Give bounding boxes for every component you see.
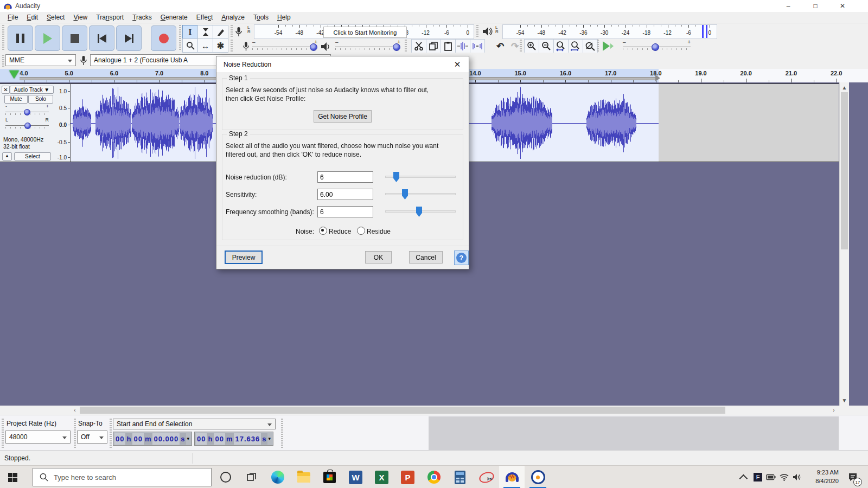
taskbar-store[interactable] <box>317 466 342 488</box>
noise-reduction-slider[interactable] <box>385 171 456 182</box>
toolbar-grip[interactable] <box>2 25 4 51</box>
pause-button[interactable] <box>8 25 33 51</box>
reduce-radio[interactable] <box>319 227 327 235</box>
tray-expand-button[interactable] <box>737 466 752 488</box>
silence-audio-button[interactable] <box>470 39 485 53</box>
time-segment[interactable]: h <box>207 433 214 445</box>
menu-transport[interactable]: Transport <box>92 12 128 22</box>
cut-button[interactable] <box>411 39 426 53</box>
menu-view[interactable]: View <box>69 12 92 22</box>
sensitivity-slider-thumb[interactable] <box>402 189 408 200</box>
frequency-smoothing-input[interactable] <box>317 206 373 217</box>
time-segment[interactable]: 00 <box>114 433 125 445</box>
menu-effect[interactable]: Effect <box>192 12 217 22</box>
pan-slider[interactable]: LR <box>5 119 49 131</box>
taskbar-chrome[interactable] <box>421 466 446 488</box>
edit-grip[interactable] <box>405 40 407 53</box>
dropdown-arrow-icon[interactable]: ▾ <box>268 436 271 441</box>
multi-tool-button[interactable]: ✱ <box>213 38 228 53</box>
menu-tools[interactable]: Tools <box>249 12 273 22</box>
play-speed-slider[interactable]: –+ <box>623 41 691 53</box>
time-segment[interactable]: 00 <box>196 433 207 445</box>
vertical-scroll-thumb[interactable] <box>841 92 848 249</box>
mute-button[interactable]: Mute <box>4 95 28 104</box>
sensitivity-input[interactable] <box>317 189 373 200</box>
selection-mode-select[interactable]: Start and End of Selection <box>113 419 276 429</box>
time-segment[interactable]: 00 <box>132 433 143 445</box>
vertical-scrollbar[interactable]: ▲ ▼ <box>839 82 849 406</box>
track-empty-region[interactable] <box>659 84 839 162</box>
monitoring-tooltip[interactable]: Click to Start Monitoring <box>323 27 407 38</box>
vertical-ruler[interactable]: 1.00.50.0-0.5-1.0 <box>54 84 71 162</box>
taskbar-edge[interactable] <box>265 466 290 488</box>
noise-reduction-input[interactable] <box>317 171 373 183</box>
undo-button[interactable]: ↶ <box>493 39 508 53</box>
timeline-pin-icon[interactable] <box>9 70 19 79</box>
zoom-tool-button[interactable] <box>182 38 198 53</box>
minimize-button[interactable]: – <box>779 0 797 12</box>
residue-radio[interactable] <box>357 227 365 235</box>
taskbar-calculator[interactable] <box>447 466 473 488</box>
cortana-button[interactable] <box>213 466 238 488</box>
start-button[interactable] <box>0 466 25 488</box>
track-collapse-button[interactable]: ▲ <box>2 152 12 160</box>
draw-tool-button[interactable] <box>213 25 228 39</box>
snap-grip[interactable] <box>74 419 76 448</box>
play-button[interactable] <box>35 25 60 51</box>
envelope-tool-button[interactable] <box>197 25 213 39</box>
taskbar-snip[interactable]: ✂ <box>473 466 499 488</box>
notification-center-button[interactable]: 17 <box>842 466 864 488</box>
menu-generate[interactable]: Generate <box>156 12 192 22</box>
menu-edit[interactable]: Edit <box>22 12 42 22</box>
solo-button[interactable]: Solo <box>28 95 53 104</box>
horizontal-scrollbar[interactable]: ‹ › <box>0 406 868 415</box>
tray-f-app[interactable]: F <box>751 466 765 488</box>
track-close-button[interactable]: ✕ <box>2 86 10 94</box>
gain-thumb[interactable] <box>24 109 30 115</box>
scroll-left-arrow-icon[interactable]: ‹ <box>71 406 79 415</box>
zoom-selection-button[interactable] <box>553 39 569 53</box>
playback-volume-slider[interactable]: –+ <box>335 41 400 53</box>
menu-file[interactable]: File <box>3 12 22 22</box>
time-segment[interactable]: m <box>144 433 153 445</box>
play-speed-thumb[interactable] <box>652 43 659 51</box>
horizontal-scroll-thumb[interactable] <box>80 407 725 414</box>
get-noise-profile-button[interactable]: Get Noise Profile <box>314 110 372 123</box>
time-segment[interactable]: m <box>225 433 234 445</box>
play-meter-grip[interactable] <box>476 25 478 38</box>
playspeed-grip[interactable] <box>597 40 599 53</box>
taskbar-audacity[interactable] <box>499 466 525 488</box>
tray-wifi[interactable] <box>777 466 791 488</box>
recording-volume-slider[interactable]: –+ <box>252 41 317 53</box>
frequency-smoothing-slider-thumb[interactable] <box>416 207 422 217</box>
time-segment[interactable]: 00.000 <box>152 433 180 445</box>
record-meter-grip[interactable] <box>231 25 233 38</box>
playback-meter[interactable]: -54-48-42-36-30-24-18-12-60 <box>502 24 717 39</box>
tray-clock[interactable]: 9:23 AM 8/4/2020 <box>805 468 839 486</box>
time-segment[interactable]: s <box>261 433 267 445</box>
taskbar-powerpoint[interactable]: P <box>395 466 420 488</box>
time-segment[interactable]: h <box>125 433 132 445</box>
pos-grip[interactable] <box>281 419 283 448</box>
recording-volume-thumb[interactable] <box>310 43 317 51</box>
taskbar-word[interactable]: W <box>343 466 368 488</box>
menu-help[interactable]: Help <box>273 12 295 22</box>
skip-to-end-button[interactable] <box>116 25 142 51</box>
zoom-grip[interactable] <box>520 40 522 53</box>
selection-tool-button[interactable]: I <box>182 25 198 39</box>
close-button[interactable]: ✕ <box>833 0 852 12</box>
scroll-up-arrow-icon[interactable]: ▲ <box>840 84 849 92</box>
trim-audio-button[interactable] <box>455 39 470 53</box>
preview-button[interactable]: Preview <box>225 251 263 264</box>
selmode-grip[interactable] <box>110 419 112 448</box>
task-view-button[interactable] <box>239 466 264 488</box>
time-segment[interactable]: 00 <box>214 433 225 445</box>
maximize-button[interactable]: □ <box>806 0 825 12</box>
gain-slider[interactable]: -+ <box>5 105 49 117</box>
project-rate-select[interactable]: 48000 <box>5 431 71 444</box>
zoom-in-button[interactable] <box>524 39 539 53</box>
mixer-grip[interactable] <box>231 40 233 53</box>
tools-grip[interactable] <box>179 25 181 51</box>
timeshift-tool-button[interactable]: ↔ <box>197 38 213 53</box>
play-at-speed-button[interactable] <box>601 40 615 52</box>
